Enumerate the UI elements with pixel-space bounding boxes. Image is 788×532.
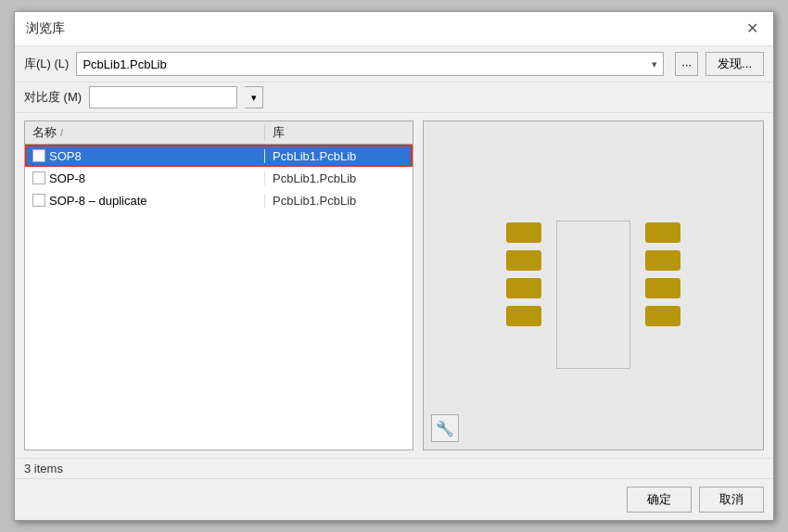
wrench-button[interactable]: 🔧 <box>431 414 459 442</box>
table-row[interactable]: SOP-8 – duplicate PcbLib1.PcbLib <box>25 189 413 211</box>
pad-left-4 <box>506 306 541 326</box>
pad-left-2 <box>506 250 541 271</box>
row-name-cell: SOP-8 – duplicate <box>25 194 264 208</box>
library-dropdown-value: PcbLib1.PcbLib <box>83 57 652 71</box>
row-lib-cell: PcbLib1.PcbLib <box>264 149 413 163</box>
filter-row: 对比度 (M) ▾ <box>15 82 773 113</box>
sort-icon: / <box>60 127 63 138</box>
library-more-button[interactable]: ··· <box>675 52 698 76</box>
component-icon <box>32 149 45 162</box>
pad-right-1 <box>645 222 680 243</box>
table-row[interactable]: SOP-8 PcbLib1.PcbLib <box>25 167 413 189</box>
component-icon <box>32 194 45 207</box>
table-body: SOP8 PcbLib1.PcbLib SOP-8 PcbLib1.PcbLib <box>25 145 413 450</box>
chevron-down-icon: ▾ <box>652 58 657 70</box>
row-lib-cell: PcbLib1.PcbLib <box>264 171 413 185</box>
filter-label: 对比度 (M) <box>24 89 82 106</box>
sop8-diagram <box>473 165 714 406</box>
library-toolbar: 库(L) (L) PcbLib1.PcbLib ▾ ··· 发现... <box>15 46 773 82</box>
table-row[interactable]: SOP8 PcbLib1.PcbLib <box>25 145 413 167</box>
library-dropdown[interactable]: PcbLib1.PcbLib ▾ <box>76 52 664 76</box>
pad-right-3 <box>645 278 680 298</box>
dialog-title: 浏览库 <box>26 20 65 37</box>
item-count: 3 <box>24 462 31 475</box>
pad-left-1 <box>506 222 541 243</box>
row-name-value: SOP8 <box>49 149 82 163</box>
discover-button[interactable]: 发现... <box>705 52 764 76</box>
wrench-icon: 🔧 <box>436 420 454 437</box>
pad-right-2 <box>645 250 680 271</box>
row-name-cell: SOP8 <box>25 149 264 163</box>
table-header: 名称 / 库 <box>25 121 413 145</box>
pad-right-4 <box>645 306 680 326</box>
preview-panel: 🔧 <box>423 120 764 450</box>
col-name-label: 名称 <box>32 124 57 141</box>
browser-dialog: 浏览库 ✕ 库(L) (L) PcbLib1.PcbLib ▾ ··· 发现..… <box>14 11 774 521</box>
row-name-value: SOP-8 – duplicate <box>49 194 147 208</box>
row-lib-cell: PcbLib1.PcbLib <box>264 194 413 208</box>
filter-input[interactable] <box>89 86 237 108</box>
ic-body <box>556 221 630 369</box>
pad-left-3 <box>506 278 541 298</box>
component-table: 名称 / 库 SOP8 PcbLib1.PcbLib <box>24 120 413 450</box>
lib-label: 库(L) (L) <box>24 56 69 72</box>
col-lib-header[interactable]: 库 <box>264 124 413 141</box>
items-label: items <box>34 462 63 475</box>
row-name-cell: SOP-8 <box>25 171 264 185</box>
confirm-button[interactable]: 确定 <box>627 487 692 513</box>
row-name-value: SOP-8 <box>49 171 85 185</box>
component-preview <box>424 121 763 450</box>
title-bar: 浏览库 ✕ <box>15 12 773 46</box>
content-area: 名称 / 库 SOP8 PcbLib1.PcbLib <box>15 113 773 458</box>
status-bar: 3 items <box>15 458 773 478</box>
col-name-header[interactable]: 名称 / <box>25 124 264 141</box>
close-button[interactable]: ✕ <box>743 19 762 38</box>
filter-dropdown-arrow[interactable]: ▾ <box>245 86 263 108</box>
bottom-bar: 确定 取消 <box>15 478 773 520</box>
cancel-button[interactable]: 取消 <box>699 487 764 513</box>
component-icon <box>32 171 45 184</box>
